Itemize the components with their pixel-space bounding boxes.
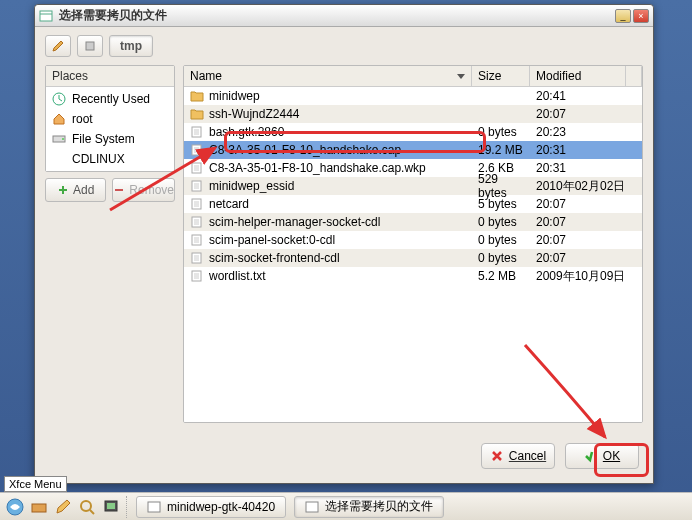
file-name-text: scim-helper-manager-socket-cdl — [209, 215, 380, 229]
file-modified-cell: 20:07 — [530, 251, 642, 265]
place-filesystem[interactable]: File System — [46, 129, 174, 149]
file-modified-cell: 20:41 — [530, 89, 642, 103]
file-size-cell: 529 bytes — [472, 172, 530, 200]
file-icon — [190, 252, 204, 264]
svg-rect-0 — [40, 11, 52, 21]
taskbar-icon-4[interactable] — [100, 496, 122, 518]
file-row[interactable]: minidwep20:41 — [184, 87, 642, 105]
place-recently-used[interactable]: Recently Used — [46, 89, 174, 109]
column-modified[interactable]: Modified — [530, 66, 626, 86]
ok-button[interactable]: OK — [565, 443, 639, 469]
file-row[interactable]: C8-3A-35-01-F8-10_handshake.cap.wkp2.6 K… — [184, 159, 642, 177]
path-segment-root[interactable] — [77, 35, 103, 57]
file-row[interactable]: ssh-WujndZ244420:07 — [184, 105, 642, 123]
taskbar-icon-3[interactable] — [76, 496, 98, 518]
file-row[interactable]: scim-helper-manager-socket-cdl0 bytes20:… — [184, 213, 642, 231]
file-size-cell: 5 bytes — [472, 197, 530, 211]
file-name-text: minidwep — [209, 89, 260, 103]
column-size[interactable]: Size — [472, 66, 530, 86]
places-column: Places Recently Used root File System — [45, 65, 175, 423]
file-size-cell: 0 bytes — [472, 215, 530, 229]
file-columns-header: Name Size Modified — [184, 66, 642, 87]
close-button[interactable]: × — [633, 9, 649, 23]
file-size-cell: 5.2 MB — [472, 269, 530, 283]
file-modified-cell: 20:31 — [530, 143, 642, 157]
file-name-text: C8-3A-35-01-F8-10_handshake.cap — [209, 143, 401, 157]
pencil-button[interactable] — [45, 35, 71, 57]
ok-label: OK — [603, 449, 620, 463]
places-list: Recently Used root File System CDLINUX — [46, 87, 174, 171]
file-icon — [190, 126, 204, 138]
taskbar-icon-1[interactable] — [28, 496, 50, 518]
place-cdlinux[interactable]: CDLINUX — [46, 149, 174, 169]
file-name-text: wordlist.txt — [209, 269, 266, 283]
file-row[interactable]: C8-3A-35-01-F8-10_handshake.cap19.2 MB20… — [184, 141, 642, 159]
svg-rect-18 — [107, 503, 115, 509]
svg-point-16 — [81, 501, 91, 511]
file-row[interactable]: minidwep_essid529 bytes2010年02月02日 — [184, 177, 642, 195]
file-modified-cell: 20:07 — [530, 215, 642, 229]
file-name-cell: C8-3A-35-01-F8-10_handshake.cap — [184, 143, 472, 157]
file-modified-cell: 20:07 — [530, 233, 642, 247]
file-modified-cell: 20:07 — [530, 107, 642, 121]
file-row[interactable]: bash.gtk.28600 bytes20:23 — [184, 123, 642, 141]
file-icon — [190, 180, 204, 192]
places-header: Places — [46, 66, 174, 87]
file-name-cell: scim-socket-frontend-cdl — [184, 251, 472, 265]
taskbar-separator — [126, 496, 132, 518]
file-icon — [190, 216, 204, 228]
svg-rect-15 — [32, 504, 46, 512]
file-name-text: bash.gtk.2860 — [209, 125, 284, 139]
column-name[interactable]: Name — [184, 66, 472, 86]
file-name-cell: minidwep_essid — [184, 179, 472, 193]
sort-indicator-icon — [457, 74, 465, 79]
remove-place-button[interactable]: Remove — [112, 178, 175, 202]
file-modified-cell: 20:31 — [530, 161, 642, 175]
dialog-body: Places Recently Used root File System — [35, 65, 653, 431]
file-name-cell: bash.gtk.2860 — [184, 125, 472, 139]
file-size-cell: 0 bytes — [472, 251, 530, 265]
taskbar-icon-2[interactable] — [52, 496, 74, 518]
dialog-buttons: Cancel OK — [35, 431, 653, 483]
svg-rect-20 — [306, 502, 318, 512]
file-row[interactable]: netcard5 bytes20:07 — [184, 195, 642, 213]
file-row[interactable]: wordlist.txt5.2 MB2009年10月09日 — [184, 267, 642, 285]
file-icon — [190, 144, 204, 156]
file-chooser-dialog: 选择需要拷贝的文件 _ × tmp Places Recently Used — [34, 4, 654, 484]
place-root[interactable]: root — [46, 109, 174, 129]
file-name-cell: scim-helper-manager-socket-cdl — [184, 215, 472, 229]
app-icon — [39, 9, 53, 23]
file-icon — [190, 162, 204, 174]
place-label: Recently Used — [72, 92, 150, 106]
file-row[interactable]: scim-socket-frontend-cdl0 bytes20:07 — [184, 249, 642, 267]
file-modified-cell: 2009年10月09日 — [530, 268, 642, 285]
file-name-text: scim-socket-frontend-cdl — [209, 251, 340, 265]
cancel-button[interactable]: Cancel — [481, 443, 555, 469]
taskbar: minidwep-gtk-40420 选择需要拷贝的文件 — [0, 492, 692, 520]
remove-label: Remove — [129, 183, 174, 197]
file-list[interactable]: minidwep20:41ssh-WujndZ244420:07bash.gtk… — [184, 87, 642, 422]
drive-icon — [52, 132, 66, 146]
task-label: 选择需要拷贝的文件 — [325, 498, 433, 515]
titlebar[interactable]: 选择需要拷贝的文件 _ × — [35, 5, 653, 27]
file-name-text: scim-panel-socket:0-cdl — [209, 233, 335, 247]
xfce-menu-button[interactable] — [4, 496, 26, 518]
taskbar-task-1[interactable]: minidwep-gtk-40420 — [136, 496, 286, 518]
folder-icon — [190, 108, 204, 120]
svg-rect-1 — [86, 42, 94, 50]
svg-point-4 — [62, 138, 64, 140]
file-name-cell: ssh-WujndZ2444 — [184, 107, 472, 121]
path-segment-tmp[interactable]: tmp — [109, 35, 153, 57]
xfce-menu-tooltip: Xfce Menu — [4, 476, 67, 492]
add-label: Add — [73, 183, 94, 197]
file-size-cell: 0 bytes — [472, 233, 530, 247]
file-name-text: minidwep_essid — [209, 179, 294, 193]
file-row[interactable]: scim-panel-socket:0-cdl0 bytes20:07 — [184, 231, 642, 249]
file-name-text: ssh-WujndZ2444 — [209, 107, 300, 121]
minimize-button[interactable]: _ — [615, 9, 631, 23]
add-place-button[interactable]: Add — [45, 178, 106, 202]
taskbar-task-2[interactable]: 选择需要拷贝的文件 — [294, 496, 444, 518]
task-label: minidwep-gtk-40420 — [167, 500, 275, 514]
file-icon — [190, 234, 204, 246]
places-panel: Places Recently Used root File System — [45, 65, 175, 172]
